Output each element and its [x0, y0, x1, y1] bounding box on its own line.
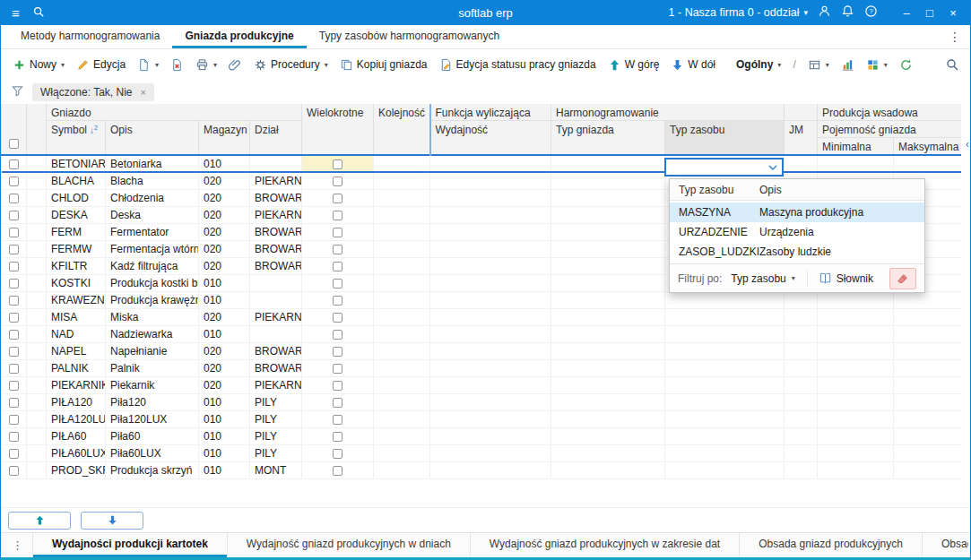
cell-wydajnosc[interactable]: [430, 393, 551, 410]
row-checkbox[interactable]: [9, 381, 19, 391]
cell-magazyn[interactable]: 020: [199, 189, 250, 206]
cell-opis[interactable]: Napełnianie: [106, 342, 199, 359]
cell-magazyn[interactable]: 010: [199, 393, 250, 410]
minimize-button[interactable]: –: [895, 0, 918, 25]
new-button[interactable]: Nowy ▾: [8, 56, 69, 74]
cell-typ-gniazda[interactable]: [551, 461, 665, 478]
wielokrotne-checkbox[interactable]: [333, 449, 342, 459]
cell-kolejnosc[interactable]: [374, 376, 430, 393]
table-row[interactable]: NAPEL Napełnianie 020 BROWAR: [2, 342, 962, 359]
cell-symbol[interactable]: NAPEL: [47, 342, 106, 359]
cell-jm[interactable]: [785, 291, 818, 308]
cell-wydajnosc[interactable]: [430, 308, 551, 325]
cell-wielokrotne[interactable]: [302, 376, 374, 393]
cell-kolejnosc[interactable]: [374, 172, 430, 189]
wielokrotne-checkbox[interactable]: [333, 194, 342, 203]
cell-minimalna[interactable]: [818, 427, 894, 444]
cell-kolejnosc[interactable]: [374, 240, 430, 257]
cell-magazyn[interactable]: 010: [199, 155, 250, 172]
cell-magazyn[interactable]: 020: [199, 308, 250, 325]
row-select-cell[interactable]: [2, 223, 27, 240]
cell-maksymalna[interactable]: [894, 325, 962, 342]
row-select-cell[interactable]: [2, 427, 27, 444]
cell-magazyn[interactable]: 010: [199, 427, 250, 444]
row-checkbox[interactable]: [9, 211, 19, 220]
cell-kolejnosc[interactable]: [374, 342, 430, 359]
cell-wielokrotne[interactable]: [302, 342, 374, 359]
row-select-cell[interactable]: [2, 376, 27, 393]
col-jm[interactable]: JM: [785, 121, 818, 156]
cell-typ-zasobu[interactable]: [665, 342, 785, 359]
cell-wydajnosc[interactable]: [430, 240, 551, 257]
chart-button[interactable]: [837, 56, 859, 74]
cell-dzial[interactable]: PIEKARN: [250, 308, 302, 325]
cell-magazyn[interactable]: 020: [199, 206, 250, 223]
cell-typ-zasobu[interactable]: [665, 461, 785, 478]
cell-kolejnosc[interactable]: [374, 444, 430, 461]
row-select-cell[interactable]: [2, 274, 27, 291]
cell-dzial[interactable]: PIEKARN: [250, 172, 302, 189]
cell-magazyn[interactable]: 010: [199, 410, 250, 427]
cell-wielokrotne[interactable]: [302, 223, 374, 240]
row-select-cell[interactable]: [2, 461, 27, 478]
table-row[interactable]: BETONIAR Betoniarka 010: [2, 155, 962, 172]
cell-dzial[interactable]: [250, 325, 302, 342]
cell-wielokrotne[interactable]: [302, 308, 374, 325]
row-select-cell[interactable]: [2, 155, 27, 172]
cell-maksymalna[interactable]: [894, 291, 962, 308]
cell-opis[interactable]: Produkcja krawężnik: [106, 291, 199, 308]
cell-kolejnosc[interactable]: [374, 206, 430, 223]
row-checkbox[interactable]: [9, 415, 19, 425]
wielokrotne-checkbox[interactable]: [333, 364, 342, 374]
cell-typ-gniazda[interactable]: [551, 376, 665, 393]
cell-typ-gniazda[interactable]: [551, 223, 665, 240]
wielokrotne-checkbox[interactable]: [333, 279, 342, 289]
cell-typ-gniazda[interactable]: [551, 410, 665, 427]
procedures-button[interactable]: Procedury ▾: [249, 56, 333, 74]
cell-wydajnosc[interactable]: [430, 257, 551, 274]
cell-wielokrotne[interactable]: [302, 206, 374, 223]
row-select-cell[interactable]: [2, 206, 27, 223]
cell-opis[interactable]: Palnik: [106, 359, 199, 376]
cell-symbol[interactable]: PIEKARNIK: [47, 376, 106, 393]
cell-wielokrotne[interactable]: [302, 172, 374, 189]
wielokrotne-checkbox[interactable]: [333, 347, 342, 357]
filter-funnel-icon[interactable]: [11, 84, 24, 100]
row-checkbox[interactable]: [9, 347, 19, 357]
row-checkbox[interactable]: [9, 262, 19, 271]
cell-symbol[interactable]: FERM: [47, 223, 106, 240]
table-row[interactable]: PIEKARNIK Piekarnik 020 PIEKARN: [2, 376, 962, 393]
cell-dzial[interactable]: PIEKARN: [250, 376, 302, 393]
cell-wielokrotne[interactable]: [302, 257, 374, 274]
row-select-cell[interactable]: [2, 240, 27, 257]
cell-magazyn[interactable]: 020: [199, 257, 250, 274]
cell-symbol[interactable]: KRAWEZN: [47, 291, 106, 308]
table-row[interactable]: KRAWEZN Produkcja krawężnik 010: [2, 291, 962, 308]
cell-magazyn[interactable]: 020: [199, 376, 250, 393]
cell-jm[interactable]: [785, 308, 818, 325]
cell-wielokrotne[interactable]: [302, 189, 374, 206]
cell-wydajnosc[interactable]: [430, 325, 551, 342]
row-checkbox[interactable]: [9, 449, 19, 459]
module-tab[interactable]: Typy zasobów harmonogramowanych: [307, 25, 512, 48]
table-row[interactable]: PALNIK Palnik 020 BROWAR: [2, 359, 962, 376]
cell-kolejnosc[interactable]: [374, 189, 430, 206]
group-wielokrotne[interactable]: Wielokrotne: [302, 104, 374, 155]
cell-magazyn[interactable]: 020: [199, 223, 250, 240]
wielokrotne-checkbox[interactable]: [333, 262, 342, 271]
cell-magazyn[interactable]: 010: [199, 461, 250, 478]
cell-opis[interactable]: Kadź filtrująca: [106, 257, 199, 274]
cell-wielokrotne[interactable]: [302, 274, 374, 291]
refresh-button[interactable]: [895, 56, 917, 74]
cell-typ-gniazda[interactable]: [551, 291, 665, 308]
col-minimalna[interactable]: Minimalna: [818, 138, 894, 156]
cell-jm[interactable]: [785, 376, 818, 393]
row-select-cell[interactable]: [2, 410, 27, 427]
wielokrotne-checkbox[interactable]: [333, 211, 342, 220]
cell-typ-gniazda[interactable]: [551, 444, 665, 461]
row-select-cell[interactable]: [2, 359, 27, 376]
col-pojemnosc[interactable]: Pojemność gniazda: [818, 121, 962, 138]
cell-magazyn[interactable]: 010: [199, 444, 250, 461]
row-checkbox[interactable]: [9, 159, 19, 169]
cell-opis[interactable]: Betoniarka: [106, 155, 199, 172]
